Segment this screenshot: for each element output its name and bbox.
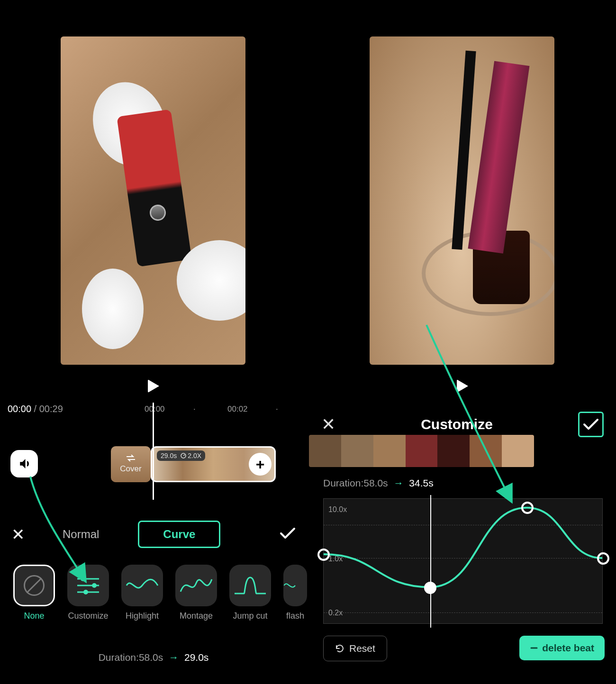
sliders-icon [75,575,101,596]
delete-beat-button[interactable]: delete beat [519,636,605,660]
film-strip[interactable] [309,435,534,467]
svg-point-2 [92,583,97,588]
close-button[interactable]: ✕ [321,414,335,434]
wave-icon [283,574,307,597]
tick-label: 00:00 [145,405,165,414]
confirm-button[interactable] [280,526,296,543]
cover-label: Cover [120,464,141,474]
clip-duration: 29.0s [161,452,177,459]
clip-speed: 2.0X [188,452,201,459]
timeline-strip[interactable]: Cover 29.0s 2.0X + [111,446,310,485]
preset-jumpcut[interactable]: Jump cut [229,565,271,626]
speed-curve-graph[interactable]: 10.0x 1.0x 0.2x [323,498,603,624]
speed-icon [181,453,186,459]
clip-badge: 29.0s 2.0X [157,450,205,461]
tick-label: 00:02 [227,405,248,414]
preset-montage[interactable]: Montage [175,565,217,626]
reset-button[interactable]: Reset [323,636,387,661]
duration-summary: Duration:58.0s → 29.0s [0,652,307,663]
video-preview-right[interactable] [370,36,554,365]
stick-decor [468,61,530,254]
customize-header: ✕ Customize [309,410,616,439]
lipstick-decor [117,109,191,267]
check-icon [583,418,599,431]
film-frame [406,435,438,467]
none-icon [24,575,45,596]
clip-item[interactable]: 29.0s 2.0X + [151,446,276,482]
svg-point-3 [83,590,88,594]
left-editor-panel: 00:00 / 00:29 00:00 · 00:02 · Cover 29.0… [0,0,307,684]
film-frame [309,435,341,467]
close-button[interactable]: ✕ [11,525,25,544]
wave-icon [126,574,159,597]
play-button[interactable] [144,377,163,396]
preset-highlight[interactable]: Highlight [121,565,163,626]
play-button[interactable] [453,377,472,396]
svg-point-1 [81,576,85,581]
film-frame [341,435,373,467]
duration-summary: Duration:58.0s → 34.5s [323,477,434,489]
swap-icon [126,455,136,461]
confirm-button[interactable] [578,412,604,437]
preset-customize[interactable]: Customize [67,565,109,626]
curve-node[interactable] [424,582,436,594]
tab-normal[interactable]: Normal [63,528,99,541]
graph-playhead[interactable] [430,495,431,628]
panel-title: Customize [335,416,578,432]
preset-none[interactable]: None [13,565,55,626]
pulse-icon [234,574,267,597]
wave-icon [180,574,213,597]
speed-curve-path [324,499,602,623]
glove-decor [82,269,144,349]
cover-thumb[interactable]: Cover [111,446,151,482]
tab-curve[interactable]: Curve [138,521,220,548]
video-preview-left[interactable] [61,36,245,365]
film-frame [470,435,502,467]
reset-icon [335,644,344,653]
speaker-icon [17,457,31,471]
curve-node[interactable] [521,502,534,514]
minus-icon [530,644,538,652]
play-icon [457,379,468,393]
film-frame [373,435,406,467]
right-customize-panel: ✕ Customize Duration:58.0s → 34.5s 10.0x… [309,0,616,684]
preset-flash[interactable]: flash [283,565,307,626]
check-icon [280,527,296,540]
mute-button[interactable] [10,450,38,477]
curve-node[interactable] [597,552,609,565]
add-clip-button[interactable]: + [249,453,272,476]
timeline-playhead[interactable] [153,403,154,500]
film-frame [502,435,534,467]
curve-presets: None Customize Highlight Montage Jump cu… [13,565,317,626]
play-icon [148,379,159,393]
film-frame [437,435,470,467]
speed-tab-row: ✕ Normal Curve [0,519,307,549]
curve-node[interactable] [317,549,330,561]
